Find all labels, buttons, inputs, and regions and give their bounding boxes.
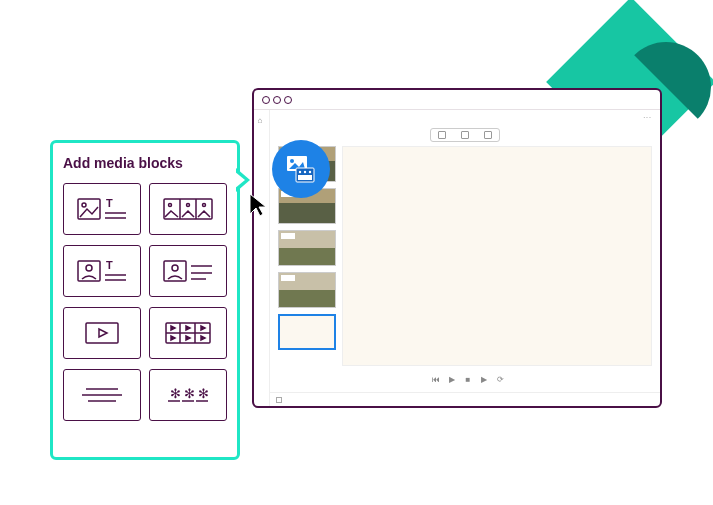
status-bar (270, 392, 660, 406)
slide-thumb[interactable] (278, 272, 336, 308)
loop-icon[interactable]: ⟳ (495, 374, 505, 384)
block-video-grid[interactable] (149, 307, 227, 359)
home-icon[interactable]: ⌂ (258, 116, 266, 124)
svg-point-1 (290, 159, 294, 163)
panel-toggle-icon[interactable] (276, 397, 282, 403)
svg-text:✻: ✻ (170, 386, 181, 401)
tooltip-title: Add media blocks (63, 155, 227, 171)
slide-thumb[interactable] (278, 230, 336, 266)
svg-point-25 (172, 265, 178, 271)
svg-text:✻: ✻ (198, 386, 209, 401)
svg-point-4 (299, 171, 301, 173)
block-profile-card[interactable] (149, 245, 227, 297)
window-titlebar (254, 90, 660, 110)
svg-point-5 (304, 171, 306, 173)
block-divider[interactable]: ✻✻✻ (149, 369, 227, 421)
slide-thumb-selected[interactable] (278, 314, 336, 350)
prev-icon[interactable]: ⏮ (431, 374, 441, 384)
stop-icon[interactable]: ■ (463, 374, 473, 384)
next-icon[interactable]: ▶ (479, 374, 489, 384)
svg-point-6 (309, 171, 311, 173)
layout-tool[interactable] (430, 128, 500, 142)
svg-text:T: T (106, 259, 113, 271)
close-icon[interactable] (262, 96, 270, 104)
cursor-icon (248, 192, 268, 222)
playbar: ⏮ ▶ ■ ▶ ⟳ (270, 366, 660, 392)
media-feature-icon (272, 140, 330, 198)
svg-rect-13 (164, 199, 212, 219)
svg-point-17 (187, 204, 190, 207)
top-toolstrip: ··· (270, 110, 660, 124)
svg-point-18 (203, 204, 206, 207)
left-rail: ⌂ (254, 110, 270, 406)
svg-point-16 (169, 204, 172, 207)
editor-window: ⌂ ··· ⏮ ▶ ■ ▶ ⟳ (252, 88, 662, 408)
media-blocks-tooltip: Add media blocks T T ✻✻✻ (50, 140, 240, 460)
svg-rect-7 (298, 175, 312, 180)
block-image-text[interactable]: T (63, 183, 141, 235)
editor-canvas[interactable] (342, 146, 652, 366)
block-text[interactable] (63, 369, 141, 421)
play-icon[interactable]: ▶ (447, 374, 457, 384)
tooltip-pointer (236, 168, 250, 192)
svg-point-20 (86, 265, 92, 271)
svg-rect-29 (86, 323, 118, 343)
svg-point-9 (82, 203, 86, 207)
minimize-icon[interactable] (273, 96, 281, 104)
svg-text:✻: ✻ (184, 386, 195, 401)
block-video[interactable] (63, 307, 141, 359)
block-gallery[interactable] (149, 183, 227, 235)
block-profile-text[interactable]: T (63, 245, 141, 297)
svg-text:T: T (106, 197, 113, 209)
zoom-icon[interactable] (284, 96, 292, 104)
